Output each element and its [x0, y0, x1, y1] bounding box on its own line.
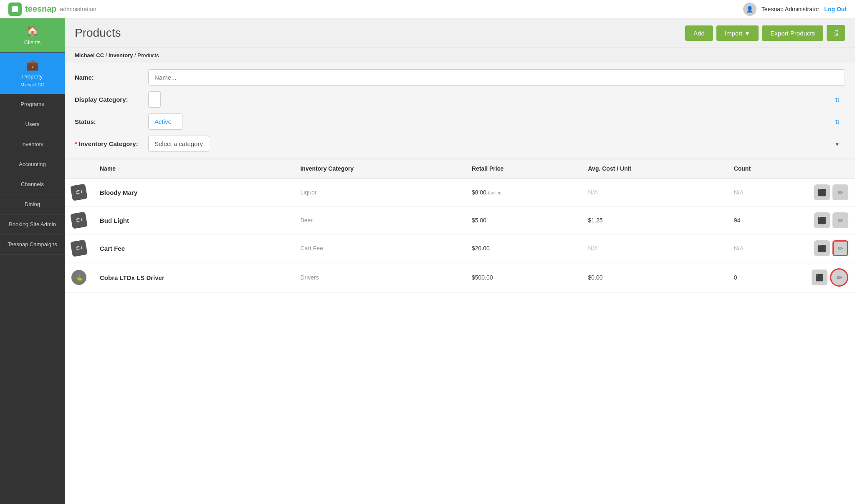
import-button[interactable]: Import ▼: [716, 25, 759, 41]
table-header-row: Name Inventory Category Retail Price Avg…: [65, 159, 855, 178]
row-icon-cell: 🏷: [65, 234, 93, 262]
row-price-cell: $20.00: [465, 234, 582, 262]
action-buttons: ⬛ ✏: [812, 268, 848, 287]
inventory-category-select[interactable]: Select a category: [148, 136, 209, 152]
col-name: Name: [93, 159, 293, 178]
avg-cost-text: N/A: [588, 245, 598, 252]
sidebar-item-inventory[interactable]: Inventory: [0, 134, 65, 154]
print-icon: 🖨: [832, 29, 839, 36]
sidebar-item-clients[interactable]: 🏠 Clients: [0, 18, 65, 53]
sidebar-item-teesnap[interactable]: Teesnap Campaigns: [0, 234, 65, 255]
row-category-cell: Drivers: [293, 262, 465, 293]
filter-row-inventory-category: Inventory Category: Select a category ▼: [75, 136, 845, 152]
product-tag-icon: 🏷: [70, 212, 88, 229]
sidebar-item-booking[interactable]: Booking Site Admin: [0, 214, 65, 234]
product-tag-icon: 🏷: [70, 239, 88, 257]
filter-label-name: Name:: [75, 74, 142, 81]
count-text: 0: [734, 274, 737, 281]
sidebar-item-dining[interactable]: Dining: [0, 194, 65, 214]
edit-button-highlighted[interactable]: ✏: [832, 240, 848, 256]
logout-button[interactable]: Log Out: [824, 6, 847, 13]
import-chevron-icon: ▼: [744, 30, 750, 37]
row-category-cell: Liquor: [293, 178, 465, 207]
table-row: ⛳ Cobra LTDx LS Driver Drivers $500.00 $: [65, 262, 855, 293]
add-button[interactable]: Add: [685, 25, 713, 41]
product-tag-icon: 🏷: [70, 184, 88, 201]
category-text: Liquor: [300, 189, 316, 196]
grid-button[interactable]: ⬛: [812, 270, 827, 285]
row-avg-cost-cell: N/A: [582, 178, 727, 207]
sidebar-item-channels[interactable]: Channels: [0, 174, 65, 194]
products-table: Name Inventory Category Retail Price Avg…: [65, 159, 855, 293]
row-avg-cost-cell: $1.25: [582, 207, 727, 234]
price-text: $5.00: [472, 217, 486, 224]
grid-button[interactable]: ⬛: [814, 240, 830, 256]
row-icon-cell: ⛳: [65, 262, 93, 293]
display-category-arrow-icon: ⇅: [835, 96, 840, 103]
sidebar-label-dining: Dining: [25, 201, 40, 207]
product-name: Bloody Mary: [100, 189, 137, 196]
logo-text: teesnap: [25, 4, 57, 14]
row-name-cell: Cart Fee: [93, 234, 293, 262]
row-category-cell: Beer: [293, 207, 465, 234]
row-price-cell: $5.00: [465, 207, 582, 234]
row-price-cell: $8.00 tax inc.: [465, 178, 582, 207]
sidebar-item-property[interactable]: 💼 Property Michael CC: [0, 53, 65, 94]
col-inventory-category: Inventory Category: [293, 159, 465, 178]
row-count-cell: N/A: [727, 234, 805, 262]
count-text: N/A: [734, 245, 744, 252]
sidebar-label-booking: Booking Site Admin: [9, 221, 56, 227]
home-icon: 🏠: [26, 25, 39, 37]
row-actions-cell: ⬛ ✏: [805, 207, 855, 234]
category-text: Beer: [300, 217, 313, 224]
row-name-cell: Cobra LTDx LS Driver: [93, 262, 293, 293]
col-count: Count: [727, 159, 805, 178]
status-wrapper: Active Inactive ⇅: [148, 113, 845, 130]
product-name: Bud Light: [100, 217, 129, 224]
row-icon-cell: 🏷: [65, 207, 93, 234]
product-name: Cart Fee: [100, 245, 125, 252]
status-select[interactable]: Active Inactive: [148, 113, 182, 130]
edit-button[interactable]: ✏: [832, 212, 848, 228]
inventory-category-arrow-icon: ▼: [834, 141, 840, 147]
property-icon: 💼: [26, 59, 39, 71]
breadcrumb-section: Inventory: [109, 52, 133, 58]
action-buttons: ⬛ ✏: [812, 240, 848, 256]
row-name-cell: Bud Light: [93, 207, 293, 234]
sidebar-label-inventory: Inventory: [21, 141, 43, 147]
grid-button[interactable]: ⬛: [814, 184, 830, 200]
row-avg-cost-cell: $0.00: [582, 262, 727, 293]
display-category-select[interactable]: [148, 91, 161, 108]
breadcrumb-page: Products: [137, 52, 159, 58]
sidebar-label-teesnap: Teesnap Campaigns: [8, 241, 57, 247]
avg-cost-text: $1.25: [588, 217, 603, 224]
row-count-cell: 0: [727, 262, 805, 293]
category-text: Drivers: [300, 274, 319, 281]
table-row: 🏷 Cart Fee Cart Fee $20.00 N/A: [65, 234, 855, 262]
edit-button[interactable]: ✏: [832, 184, 848, 200]
page-title: Products: [75, 26, 121, 40]
edit-button-circled[interactable]: ✏: [830, 268, 848, 287]
filter-row-name: Name:: [75, 69, 845, 86]
display-category-wrapper: ⇅: [148, 91, 845, 108]
logo-icon: [8, 3, 22, 16]
sidebar-item-programs[interactable]: Programs: [0, 94, 65, 114]
logo-area: teesnap administration: [8, 3, 96, 16]
table-area: Name Inventory Category Retail Price Avg…: [65, 159, 855, 504]
print-button[interactable]: 🖨: [827, 25, 845, 41]
price-text: $8.00: [472, 189, 486, 196]
name-input[interactable]: [148, 69, 845, 86]
grid-button[interactable]: ⬛: [814, 212, 830, 228]
avatar: 👤: [743, 3, 756, 16]
action-buttons: ⬛ ✏: [812, 212, 848, 228]
product-golf-icon: ⛳: [71, 270, 86, 285]
filter-row-status: Status: Active Inactive ⇅: [75, 113, 845, 130]
sidebar-item-accounting[interactable]: Accounting: [0, 154, 65, 174]
row-count-cell: 94: [727, 207, 805, 234]
export-button[interactable]: Export Products: [762, 25, 823, 41]
sidebar-item-users[interactable]: Users: [0, 114, 65, 134]
breadcrumb-client: Michael CC: [75, 52, 104, 58]
count-text: N/A: [734, 189, 744, 196]
sidebar-label-users: Users: [25, 121, 40, 127]
sidebar-label-channels: Channels: [21, 181, 44, 187]
